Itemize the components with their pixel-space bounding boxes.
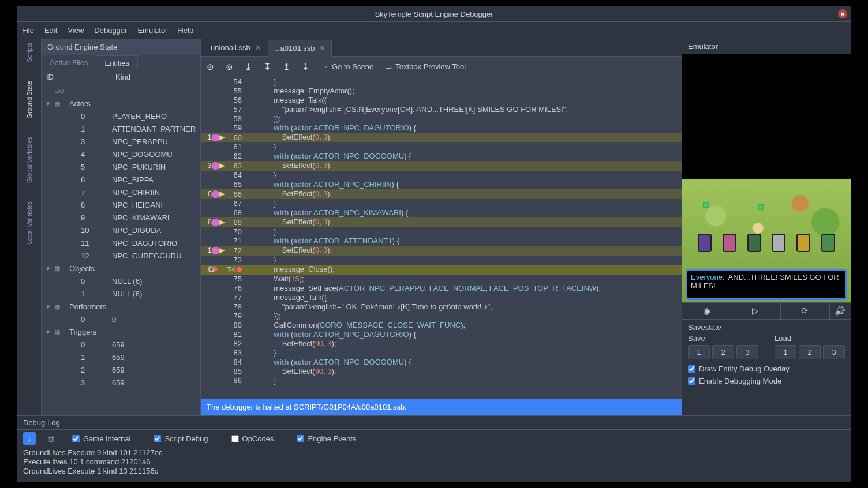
tree-item[interactable]: 1659 bbox=[42, 351, 200, 363]
tree-item[interactable]: 0659 bbox=[42, 338, 200, 351]
tree-item[interactable]: 4NPC_DOGOOMU bbox=[42, 148, 200, 160]
tree-item[interactable]: 6NPC_BIPPA bbox=[42, 173, 200, 186]
code-line[interactable]: 79 }); bbox=[201, 311, 682, 321]
debugmode-input[interactable] bbox=[688, 377, 695, 385]
code-line[interactable]: 64 } bbox=[201, 171, 682, 180]
code-line[interactable]: 68 with (actor ACTOR_NPC_KIMAWARI) { bbox=[201, 208, 682, 217]
code-line[interactable]: 8⬤▶69 SetEffect(0, 3); bbox=[201, 217, 682, 227]
tree-item[interactable]: 10NPC_DIGUDA bbox=[42, 224, 200, 237]
overlay-checkbox[interactable]: Draw Entity Debug Overlay bbox=[682, 363, 851, 375]
overlay-input[interactable] bbox=[688, 365, 695, 373]
emulator-bottom-screen[interactable]: Everyone: AND...THREE! SMILES GO FOR MIL… bbox=[682, 179, 851, 302]
menu-file[interactable]: File bbox=[22, 26, 34, 35]
code-line[interactable]: 55 message_EmptyActor(); bbox=[201, 87, 682, 96]
tree-item[interactable]: 3659 bbox=[42, 376, 200, 389]
file-tab-unionall[interactable]: unionall.ssb ✕ bbox=[204, 39, 268, 56]
code-line[interactable]: 54 } bbox=[201, 77, 682, 87]
code-line[interactable]: 58 }); bbox=[201, 114, 682, 123]
tree-item[interactable]: 12NPC_GUREGGURU bbox=[42, 249, 200, 262]
code-line[interactable]: 3⬤▶63 SetEffect(0, 3); bbox=[201, 161, 682, 171]
code-line[interactable]: 57 "param">english="[CS:N]Everyone[CR]: … bbox=[201, 105, 682, 114]
code-editor[interactable]: 54 }55 message_EmptyActor();56 message_T… bbox=[201, 77, 682, 399]
tree-item[interactable]: 9NPC_KIMAWARI bbox=[42, 211, 200, 224]
menu-edit[interactable]: Edit bbox=[44, 26, 57, 35]
emu-settings-icon[interactable]: ⟳ bbox=[781, 303, 830, 319]
code-line[interactable]: 70 } bbox=[201, 227, 682, 237]
tree-item[interactable]: 2659 bbox=[42, 363, 200, 376]
emu-play-icon[interactable]: ▷ bbox=[731, 303, 780, 319]
code-line[interactable]: 86 } bbox=[201, 376, 682, 385]
menu-debugger[interactable]: Debugger bbox=[94, 26, 127, 35]
step-out-icon[interactable]: ↥ bbox=[283, 62, 290, 72]
code-line[interactable]: ⧉▶74 message_Close(); bbox=[201, 265, 682, 275]
filter-opcodes[interactable]: OpCodes bbox=[226, 433, 280, 445]
go-to-scene-button[interactable]: → Go to Scene bbox=[321, 62, 373, 71]
emu-reset-icon[interactable]: ◉ bbox=[682, 303, 731, 319]
step-next-icon[interactable]: ⇣ bbox=[302, 62, 309, 72]
resume-icon[interactable]: ⊚ bbox=[226, 62, 233, 72]
tree-item[interactable]: 00 bbox=[42, 313, 200, 325]
code-line[interactable]: 61 } bbox=[201, 142, 682, 152]
emu-volume-icon[interactable]: 🔊 bbox=[830, 303, 851, 319]
tree-group[interactable]: ▾▦Objects bbox=[42, 262, 200, 275]
code-line[interactable]: 85 SetEffect(90, 3); bbox=[201, 367, 682, 376]
close-tab-icon[interactable]: ✕ bbox=[255, 43, 261, 52]
tree-item[interactable]: 0PLAYER_HERO bbox=[42, 110, 200, 122]
code-line[interactable]: 65 with (actor ACTOR_NPC_CHIRIIN) { bbox=[201, 180, 682, 189]
filter-game-internal[interactable]: Game Internal bbox=[66, 433, 136, 445]
code-line[interactable]: 71 with (actor ACTOR_ATTENDANT1) { bbox=[201, 237, 682, 246]
sidetab-local-variables[interactable]: Local Variables bbox=[26, 201, 33, 244]
step-over-icon[interactable]: ⤓ bbox=[245, 62, 252, 72]
code-line[interactable]: 75 Wait(15); bbox=[201, 275, 682, 284]
save-slot-2[interactable]: 2 bbox=[712, 345, 734, 359]
toggle-breakpoints-icon[interactable]: ⊘ bbox=[207, 62, 214, 72]
tree-item[interactable]: 1NULL (6) bbox=[42, 287, 200, 300]
code-line[interactable]: 56 message_Talk({ bbox=[201, 96, 682, 105]
entity-tree[interactable]: ⊞⊙▾▦Actors0PLAYER_HERO1ATTENDANT_PARTNER… bbox=[42, 84, 200, 415]
code-line[interactable]: 81 with (actor ACTOR_NPC_DAGUTORIO) { bbox=[201, 330, 682, 339]
load-slot-2[interactable]: 2 bbox=[799, 345, 821, 359]
filter-script-debug[interactable]: Script Debug bbox=[148, 433, 214, 445]
code-line[interactable]: 6⬤▶66 SetEffect(0, 3); bbox=[201, 189, 682, 199]
tree-item[interactable]: 11NPC_DAGUTORIO bbox=[42, 237, 200, 249]
code-line[interactable]: 77 message_Talk({ bbox=[201, 293, 682, 302]
menu-emulator[interactable]: Emulator bbox=[137, 26, 167, 35]
code-line[interactable]: 82 SetEffect(90, 3); bbox=[201, 339, 682, 348]
code-line[interactable]: 62 with (actor ACTOR_NPC_DOGOOMU) { bbox=[201, 152, 682, 161]
tree-item[interactable]: 0NULL (6) bbox=[42, 275, 200, 287]
sidetab-ground-state[interactable]: Ground State bbox=[26, 81, 33, 118]
tree-group[interactable]: ▾▦Triggers bbox=[42, 325, 200, 338]
close-icon[interactable]: ✕ bbox=[838, 9, 847, 18]
code-line[interactable]: 59 with (actor ACTOR_NPC_DAGUTORIO) { bbox=[201, 123, 682, 133]
file-tab-a0101[interactable]: ...a0101.ssb ✕ bbox=[268, 40, 332, 57]
code-line[interactable]: 84 with (actor ACTOR_NPC_DOGOOMU) { bbox=[201, 358, 682, 367]
code-line[interactable]: 78 "param">english=" OK, Pokémon! ♪[K] T… bbox=[201, 302, 682, 311]
tree-item[interactable]: 7NPC_CHIRIIN bbox=[42, 186, 200, 198]
clear-log-icon[interactable]: 🗑 bbox=[47, 434, 55, 443]
tree-item[interactable]: 3NPC_PERAPPU bbox=[42, 135, 200, 148]
close-tab-icon[interactable]: ✕ bbox=[319, 44, 326, 52]
step-into-icon[interactable]: ↧ bbox=[264, 62, 271, 72]
save-slot-1[interactable]: 1 bbox=[688, 345, 710, 359]
load-slot-3[interactable]: 3 bbox=[823, 345, 845, 359]
filter-engine-events[interactable]: Engine Events bbox=[291, 433, 362, 445]
tab-entities[interactable]: Entities bbox=[96, 55, 138, 70]
load-slot-1[interactable]: 1 bbox=[775, 345, 796, 359]
tree-global[interactable]: ⊞⊙ bbox=[42, 84, 200, 97]
code-line[interactable]: 76 message_SetFace(ACTOR_NPC_PERAPPU, FA… bbox=[201, 284, 682, 293]
menu-help[interactable]: Help bbox=[178, 26, 193, 35]
code-line[interactable]: 67 } bbox=[201, 199, 682, 208]
tree-group[interactable]: ▾▦Actors bbox=[42, 97, 200, 110]
code-line[interactable]: 80 CallCommon(CORO_MESSAGE_CLOSE_WAIT_FU… bbox=[201, 321, 682, 330]
code-line[interactable]: 83 } bbox=[201, 348, 682, 358]
tree-item[interactable]: 8NPC_HEIGANI bbox=[42, 198, 200, 211]
code-line[interactable]: 73 } bbox=[201, 256, 682, 265]
tree-item[interactable]: 5NPC_PUKURIN bbox=[42, 160, 200, 173]
menu-view[interactable]: View bbox=[68, 26, 84, 35]
code-line[interactable]: 1⬤▶60 SetEffect(0, 3); bbox=[201, 133, 682, 142]
scroll-to-bottom-icon[interactable]: ↓ bbox=[23, 432, 36, 445]
save-slot-3[interactable]: 3 bbox=[736, 345, 758, 359]
sidetab-scripts[interactable]: Scripts bbox=[26, 43, 33, 62]
textbox-preview-button[interactable]: ▭ Textbox Preview Tool bbox=[385, 62, 466, 71]
sidetab-global-variables[interactable]: Global Variables bbox=[26, 137, 33, 183]
